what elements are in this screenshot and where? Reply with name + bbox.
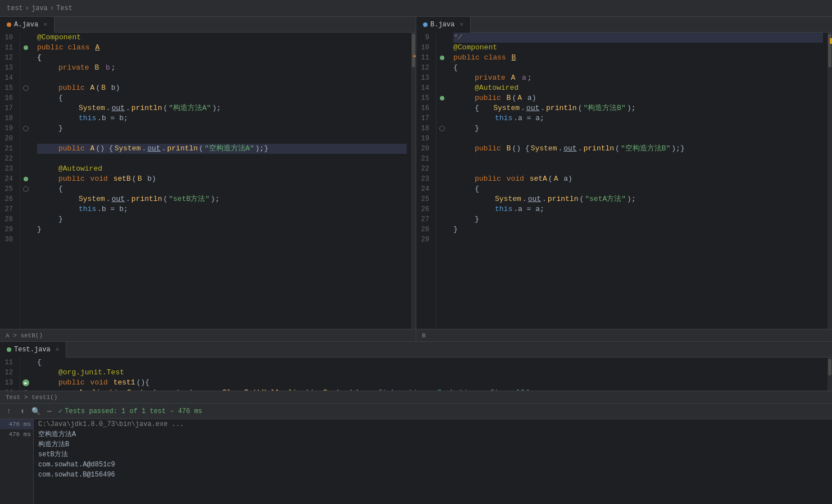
code-line: @Autowired [37, 164, 407, 174]
code-line: public class A [37, 43, 407, 53]
tab-close-a[interactable]: × [43, 21, 47, 28]
console-output-line: setB方法 [38, 450, 828, 460]
editors-row: A.java × 10 11 12 13 14 15 16 17 18 19 2… [0, 17, 832, 342]
line-num: 26 [421, 204, 431, 214]
gutter-cell [20, 43, 31, 53]
annotation: @org.junit.Test [58, 368, 124, 378]
gutter-cell [437, 224, 448, 235]
gutter-b [437, 33, 449, 329]
breakpoint-indicator[interactable] [23, 186, 29, 192]
top-tab-bar: test › java › Test [0, 0, 832, 17]
search-icon[interactable]: 🔍 [31, 407, 40, 416]
gutter-cell [20, 368, 31, 378]
code-line: { [37, 358, 823, 368]
console-time-row: 476 ms [0, 419, 33, 429]
code-line: } [37, 123, 407, 134]
export-icon[interactable]: ⬆ [18, 407, 27, 416]
gutter-cell [437, 63, 448, 73]
gutter-cell [437, 174, 448, 184]
line-marker-a [413, 55, 416, 57]
line-num: 13 [4, 63, 15, 73]
run-indicator[interactable] [24, 177, 28, 181]
line-num: 12 [4, 368, 15, 378]
editor-panel-b: B.java × 9 10 11 12 13 14 15 16 17 18 19… [416, 17, 832, 341]
tab-b-java[interactable]: B.java × [416, 17, 471, 33]
run-icon[interactable]: ▶ [22, 379, 29, 386]
breadcrumb-sep2: › [50, 4, 54, 12]
breadcrumb: test › java › Test [2, 4, 77, 12]
breakpoint-indicator[interactable] [23, 85, 29, 91]
code-content-b[interactable]: */ @Component public class B { [449, 33, 828, 329]
gutter-cell [437, 194, 448, 204]
code-line: { [37, 93, 407, 103]
gutter-cell [20, 123, 31, 134]
breakpoint-indicator[interactable] [439, 126, 445, 131]
console-time-row: 476 ms [0, 429, 33, 439]
breadcrumb-test[interactable]: test [7, 4, 23, 12]
arrow-up-icon[interactable]: ↑ [4, 407, 13, 416]
run-indicator[interactable] [24, 45, 28, 50]
code-line [453, 134, 823, 144]
gutter-a [20, 33, 33, 329]
code-line: this .a = a; [453, 113, 823, 123]
more-icon[interactable]: ⋯ [45, 407, 54, 416]
code-area-a: 10 11 12 13 14 15 16 17 18 19 20 21 22 2… [0, 33, 416, 329]
line-num: 11 [421, 53, 431, 63]
breadcrumb-test-item[interactable]: Test [56, 4, 72, 12]
run-indicator[interactable] [440, 96, 444, 100]
console-time-col: 476 ms 476 ms [0, 419, 34, 504]
gutter-cell [20, 214, 31, 224]
method: println [131, 103, 162, 113]
code-content-test[interactable]: { @org.junit.Test public void test1 (){ … [33, 358, 828, 391]
scrollbar-a[interactable] [411, 33, 416, 329]
line-num: 29 [4, 224, 15, 235]
code-line: public A ( B b) [37, 83, 407, 93]
keyword: public class [453, 53, 510, 63]
tab-icon-b [423, 22, 428, 27]
code-line: public void setA ( A a) [453, 174, 823, 184]
scrollbar-test[interactable] [828, 358, 832, 391]
tab-a-java[interactable]: A.java × [0, 17, 54, 33]
gutter-test: ▶ [20, 358, 33, 391]
type: System [115, 144, 141, 154]
code-line: ApplicationContext context = new ClassPa… [37, 388, 823, 391]
method: println [583, 144, 614, 154]
run-indicator[interactable] [440, 56, 444, 60]
method: test1 [113, 378, 135, 388]
line-num: 13 [4, 378, 15, 388]
string: "构造方法A" [169, 103, 211, 113]
tab-close-b[interactable]: × [460, 21, 463, 28]
tab-close-test[interactable]: × [56, 346, 60, 353]
gutter-cell [20, 73, 31, 83]
console-output-line: com.sowhat.B@156496 [38, 470, 828, 480]
keyword: private [475, 73, 510, 83]
gutter-cell [20, 184, 31, 194]
code-content-a[interactable]: @Component public class A { private B [33, 33, 411, 329]
line-num: 15 [421, 93, 431, 103]
line-num: 17 [421, 113, 431, 123]
gutter-cell [20, 154, 31, 164]
static-field: out [526, 103, 539, 113]
code-line [453, 235, 823, 245]
scrollbar-b[interactable] [828, 33, 832, 329]
code-line: { [453, 184, 823, 194]
gutter-cell: ▶ [20, 378, 31, 388]
scrollbar-thumb [828, 359, 831, 375]
breadcrumb-java[interactable]: java [31, 4, 48, 12]
line-num: 27 [421, 214, 431, 224]
line-num: 24 [421, 184, 431, 194]
method: B [507, 93, 511, 103]
code-line: @Component [453, 43, 823, 53]
code-line: } [453, 123, 823, 134]
line-num: 24 [4, 174, 15, 184]
tab-test-java[interactable]: Test.java × [0, 342, 66, 358]
console-time-row [0, 439, 33, 450]
code-line: this .b = b; [37, 113, 407, 123]
field: b [106, 63, 110, 73]
tab-label-a: A.java [14, 21, 38, 29]
code-line [37, 235, 407, 245]
breakpoint-indicator[interactable] [23, 126, 29, 131]
string: "空构造方法A" [204, 144, 254, 154]
gutter-cell [437, 164, 448, 174]
editor-tab-bar-b: B.java × [416, 17, 832, 33]
